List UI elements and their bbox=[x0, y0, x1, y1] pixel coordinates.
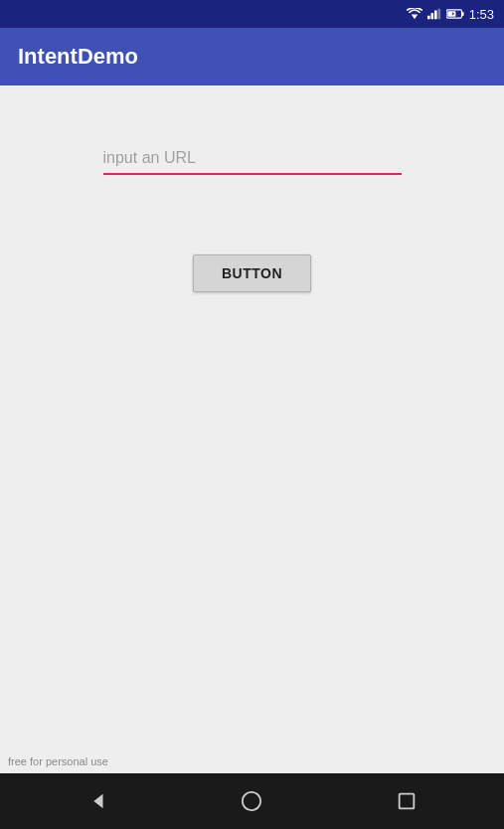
back-button[interactable] bbox=[74, 777, 121, 825]
status-time: 1:53 bbox=[469, 7, 494, 22]
svg-rect-1 bbox=[427, 16, 430, 20]
recent-apps-button[interactable] bbox=[383, 777, 430, 825]
app-bar: IntentDemo bbox=[0, 28, 504, 85]
action-button[interactable]: BUTTON bbox=[193, 254, 311, 292]
app-title: IntentDemo bbox=[18, 44, 138, 70]
watermark: free for personal use bbox=[8, 755, 108, 767]
status-icons: 1:53 bbox=[407, 7, 494, 22]
url-input[interactable] bbox=[103, 145, 402, 175]
svg-marker-0 bbox=[411, 14, 417, 19]
back-icon bbox=[86, 790, 108, 812]
svg-rect-6 bbox=[462, 12, 464, 16]
home-button[interactable] bbox=[228, 777, 275, 825]
svg-rect-11 bbox=[400, 794, 415, 809]
svg-point-10 bbox=[243, 792, 260, 810]
battery-icon bbox=[446, 8, 464, 20]
svg-rect-2 bbox=[430, 13, 433, 19]
svg-rect-7 bbox=[447, 11, 455, 17]
svg-marker-9 bbox=[93, 794, 102, 809]
recent-icon bbox=[396, 790, 418, 812]
status-bar: 1:53 bbox=[0, 0, 504, 28]
svg-rect-3 bbox=[434, 11, 437, 20]
main-content: BUTTON bbox=[0, 85, 504, 773]
home-icon bbox=[241, 790, 262, 812]
signal-icon bbox=[427, 8, 441, 20]
nav-bar bbox=[0, 773, 504, 829]
wifi-icon bbox=[407, 8, 422, 20]
svg-rect-4 bbox=[437, 9, 440, 20]
url-input-container bbox=[103, 145, 402, 175]
